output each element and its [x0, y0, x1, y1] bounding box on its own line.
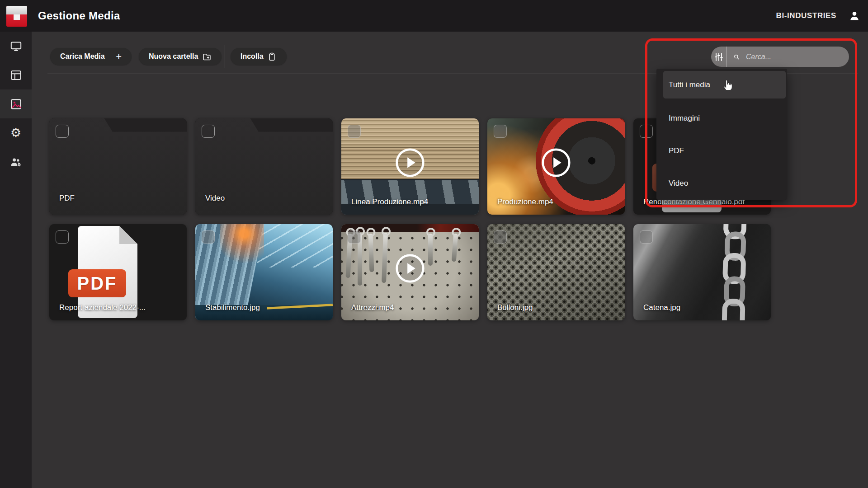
sidebar-item-screens[interactable] [0, 32, 32, 61]
media-card-linea-produzione[interactable]: Linea Produzione.mp4 [341, 118, 479, 215]
card-checkbox[interactable] [494, 125, 507, 138]
card-label: Catena.jpg [643, 303, 680, 312]
sidebar-item-settings[interactable]: ⚙ [0, 118, 32, 147]
topbar: Gestione Media BI-INDUSTRIES [0, 0, 868, 32]
search-bar [711, 47, 849, 67]
sidebar-item-users[interactable] [0, 147, 32, 176]
card-label: Report aziendale 2022-... [59, 303, 146, 312]
media-card-bulloni[interactable]: Bulloni.jpg [487, 224, 625, 320]
card-checkbox[interactable] [640, 125, 653, 138]
filter-option-images[interactable]: Immagini [656, 102, 787, 135]
card-checkbox[interactable] [202, 230, 215, 244]
gestione-media-app: Gestione Media BI-INDUSTRIES ⚙ [0, 0, 868, 488]
search-icon[interactable] [733, 52, 740, 62]
filter-option-video[interactable]: Video [656, 167, 787, 200]
filter-button[interactable] [711, 47, 726, 67]
paste-button[interactable]: Incolla [231, 48, 287, 65]
card-label: Stabilimento.jpg [205, 303, 260, 312]
cursor-pointer-icon [722, 78, 735, 92]
gear-icon: ⚙ [10, 127, 21, 139]
card-label: Linea Produzione.mp4 [351, 197, 428, 206]
play-icon [394, 253, 426, 284]
play-icon [540, 147, 572, 178]
new-folder-label: Nuova cartella [149, 52, 198, 61]
card-checkbox[interactable] [494, 230, 507, 244]
new-folder-button[interactable]: Nuova cartella [139, 48, 222, 65]
image-icon [10, 98, 22, 110]
logo-top-bar [6, 6, 27, 14]
toolbar-divider [225, 45, 225, 68]
account-name: BI-INDUSTRIES [776, 0, 836, 32]
card-label: Video [205, 194, 225, 203]
card-checkbox[interactable] [348, 125, 361, 138]
media-card-report-aziendale[interactable]: PDF Report aziendale 2022-... [49, 224, 187, 320]
card-label: Attrezzi.mp4 [351, 303, 394, 312]
play-icon [394, 147, 426, 178]
upload-media-button[interactable]: Carica Media + [50, 48, 132, 65]
sidebar-item-layouts[interactable] [0, 61, 32, 89]
chain-graphic [703, 224, 760, 320]
card-label: PDF [59, 194, 75, 203]
sidebar-item-media[interactable] [0, 89, 32, 118]
clipboard-icon [267, 52, 277, 61]
media-card-attrezzi[interactable]: Attrezzi.mp4 [341, 224, 479, 320]
card-label: Produzione.mp4 [497, 197, 553, 206]
page-title: Gestione Media [38, 0, 120, 32]
monitor-icon [10, 40, 22, 52]
media-card-produzione[interactable]: Produzione.mp4 [487, 118, 625, 215]
folder-card-video[interactable]: Video [195, 118, 333, 215]
pdf-badge: PDF [68, 269, 126, 297]
media-card-catena[interactable]: Catena.jpg [633, 224, 771, 320]
card-checkbox[interactable] [56, 230, 69, 244]
folder-plus-icon [202, 52, 212, 61]
card-label: Bulloni.jpg [497, 303, 533, 312]
logo-stem [14, 14, 20, 20]
plus-icon: + [116, 52, 122, 61]
paste-label: Incolla [241, 52, 264, 61]
card-checkbox[interactable] [56, 125, 69, 138]
app-logo-icon[interactable] [6, 6, 27, 27]
upload-media-label: Carica Media [60, 52, 105, 61]
users-gear-icon [10, 156, 22, 168]
sidebar: ⚙ [0, 32, 32, 488]
layout-icon [10, 69, 22, 81]
card-checkbox[interactable] [348, 230, 361, 244]
filter-option-pdf[interactable]: PDF [656, 135, 787, 167]
search-divider [726, 47, 727, 67]
folder-card-pdf[interactable]: PDF [49, 118, 187, 215]
search-input[interactable] [745, 52, 841, 61]
card-checkbox[interactable] [640, 230, 653, 244]
media-card-stabilimento[interactable]: Stabilimento.jpg [195, 224, 333, 320]
card-checkbox[interactable] [202, 125, 215, 138]
user-avatar-icon[interactable] [848, 9, 861, 22]
filter-sliders-icon [713, 52, 724, 62]
